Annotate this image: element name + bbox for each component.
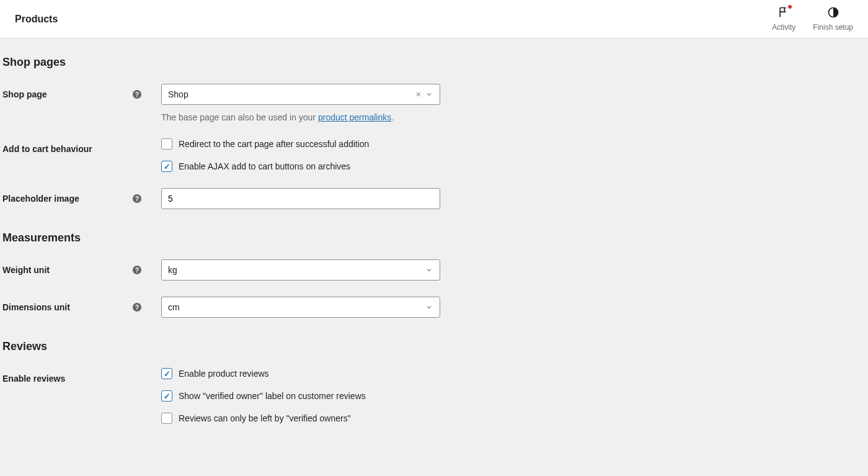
checkbox-input-redirect[interactable] — [161, 138, 172, 150]
chevron-down-icon — [425, 303, 433, 312]
help-icon[interactable]: ? — [133, 303, 141, 312]
label-dimensions-unit: Dimensions unit — [2, 302, 133, 312]
checkbox-input-verified-only[interactable] — [161, 413, 172, 424]
checkbox-ajax-cart: Enable AJAX add to cart buttons on archi… — [161, 161, 440, 172]
weight-unit-select[interactable]: kg — [161, 259, 440, 281]
checkbox-label-redirect: Redirect to the cart page after successf… — [179, 139, 369, 149]
checkbox-input-enable-reviews[interactable] — [161, 368, 172, 379]
shop-page-select[interactable]: Shop × — [161, 84, 440, 105]
help-icon[interactable]: ? — [133, 90, 141, 99]
weight-unit-value: kg — [168, 265, 425, 275]
checkbox-label-enable-reviews: Enable product reviews — [179, 369, 269, 379]
shop-page-value: Shop — [168, 89, 416, 99]
settings-content: Shop pages Shop page ? Shop × The base p… — [0, 38, 868, 471]
chevron-down-icon — [425, 90, 433, 99]
shop-page-helper: The base page can also be used in your p… — [161, 112, 440, 122]
helper-prefix: The base page can also be used in your — [161, 112, 318, 122]
topbar: Products Activity Finish setup — [0, 0, 868, 38]
notification-dot-icon — [788, 5, 792, 9]
checkbox-input-verified-label[interactable] — [161, 390, 172, 402]
checkbox-label-verified-label: Show "verified owner" label on customer … — [179, 391, 366, 401]
checkbox-enable-reviews: Enable product reviews — [161, 368, 440, 379]
chevron-down-icon — [425, 266, 433, 274]
progress-circle-icon — [827, 6, 839, 20]
row-shop-page: Shop page ? Shop × The base page can als… — [2, 84, 868, 122]
checkbox-verified-only: Reviews can only be left by "verified ow… — [161, 413, 440, 424]
placeholder-image-input-wrap — [161, 188, 440, 209]
section-heading-measurements: Measurements — [2, 231, 868, 245]
product-permalinks-link[interactable]: product permalinks — [318, 112, 391, 122]
section-reviews: Reviews Enable reviews Enable product re… — [2, 340, 868, 424]
label-enable-reviews: Enable reviews — [2, 374, 146, 384]
placeholder-image-input[interactable] — [168, 194, 433, 204]
label-add-to-cart: Add to cart behaviour — [2, 144, 146, 154]
dimensions-unit-select[interactable]: cm — [161, 297, 440, 318]
section-measurements: Measurements Weight unit ? kg Dimensions… — [2, 231, 868, 318]
checkbox-label-ajax: Enable AJAX add to cart buttons on archi… — [179, 161, 350, 171]
finish-setup-button[interactable]: Finish setup — [813, 6, 853, 32]
label-placeholder-image: Placeholder image — [2, 194, 133, 204]
row-weight-unit: Weight unit ? kg — [2, 259, 868, 281]
close-icon[interactable]: × — [416, 89, 421, 99]
section-heading-shop-pages: Shop pages — [2, 56, 868, 69]
checkbox-input-ajax[interactable] — [161, 161, 172, 172]
help-icon[interactable]: ? — [133, 194, 141, 203]
help-icon[interactable]: ? — [133, 266, 141, 274]
activity-label: Activity — [772, 23, 795, 32]
activity-button[interactable]: Activity — [772, 6, 795, 32]
helper-suffix: . — [391, 112, 394, 122]
checkbox-verified-label: Show "verified owner" label on customer … — [161, 390, 440, 402]
row-dimensions-unit: Dimensions unit ? cm — [2, 297, 868, 318]
label-shop-page: Shop page — [2, 89, 133, 99]
row-enable-reviews: Enable reviews Enable product reviews Sh… — [2, 368, 868, 424]
checkbox-label-verified-only: Reviews can only be left by "verified ow… — [179, 413, 351, 423]
dimensions-unit-value: cm — [168, 302, 425, 312]
section-heading-reviews: Reviews — [2, 340, 868, 353]
finish-setup-label: Finish setup — [813, 23, 853, 32]
checkbox-redirect-cart: Redirect to the cart page after successf… — [161, 138, 440, 150]
section-shop-pages: Shop pages Shop page ? Shop × The base p… — [2, 56, 868, 209]
row-add-to-cart: Add to cart behaviour Redirect to the ca… — [2, 138, 868, 172]
page-title: Products — [15, 14, 58, 25]
row-placeholder-image: Placeholder image ? — [2, 188, 868, 209]
label-weight-unit: Weight unit — [2, 265, 133, 275]
topbar-actions: Activity Finish setup — [772, 6, 853, 32]
